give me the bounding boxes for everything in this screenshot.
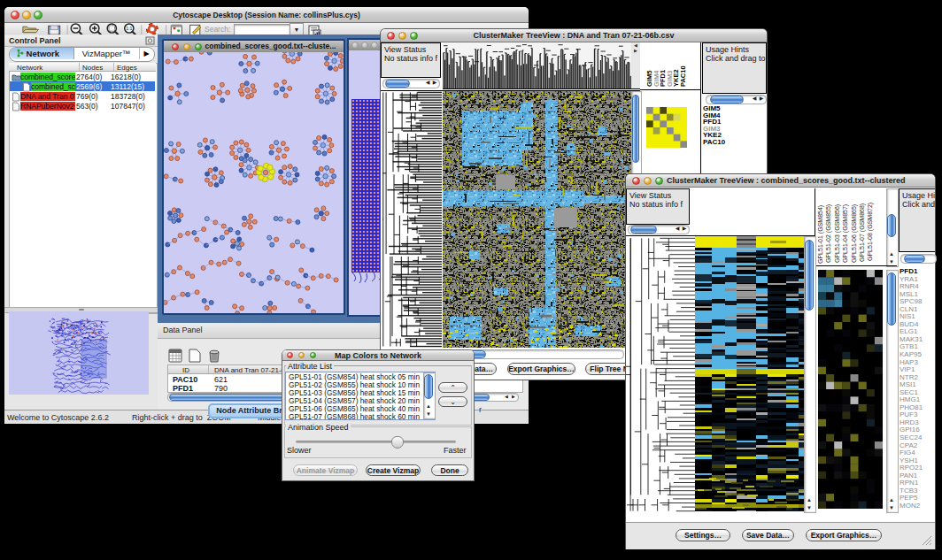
svg-text:GPL51-07 (GSM868): GPL51-07 (GSM868)	[859, 203, 866, 262]
svg-text:GPL51-01 (GSM854): GPL51-01 (GSM854)	[817, 205, 824, 264]
svg-text:PAC10: PAC10	[679, 65, 687, 87]
svg-text:GPL51-08 (GSM872): GPL51-08 (GSM872)	[867, 203, 874, 261]
svg-text:GPL51-02 (GSM855): GPL51-02 (GSM855)	[825, 204, 832, 263]
svg-text:GPL51-06 (GSM865): GPL51-06 (GSM865)	[851, 204, 858, 263]
svg-text:GPL51-03 (GSM856): GPL51-03 (GSM856)	[834, 204, 841, 263]
svg-text:1:1: 1:1	[126, 26, 132, 31]
svg-text:GPL51-04 (GSM857): GPL51-04 (GSM857)	[842, 204, 849, 263]
